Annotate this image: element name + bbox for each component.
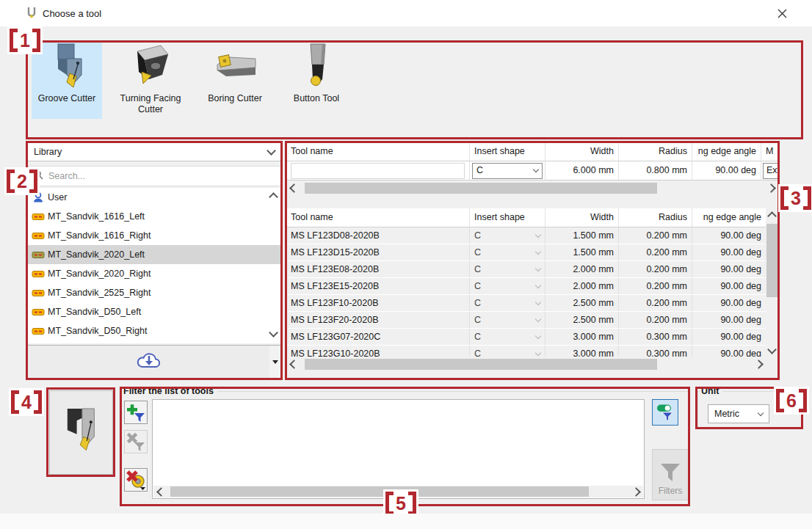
tools-table-body: MS LF123D08-2020B C 1.500 mm 0.200 mm 90… bbox=[286, 227, 766, 357]
scroll-down-icon bbox=[767, 345, 777, 354]
insert-shape-cell[interactable]: C bbox=[470, 346, 545, 357]
table-row[interactable]: MS LF123F20-2020B C 2.500 mm 0.200 mm 90… bbox=[286, 312, 766, 329]
filter-list-hscrollbar[interactable] bbox=[153, 486, 643, 497]
scroll-left-button[interactable] bbox=[153, 486, 166, 497]
table-row[interactable]: MS LF123D15-2020B C 1.500 mm 0.200 mm 90… bbox=[286, 244, 766, 261]
scroll-up-icon bbox=[767, 211, 777, 221]
column-mounting[interactable]: M bbox=[761, 142, 778, 161]
insert-shape-cell[interactable]: C bbox=[470, 278, 545, 294]
toggle-filters-button[interactable] bbox=[652, 399, 678, 426]
column-insert-shape[interactable]: Insert shape bbox=[470, 208, 545, 227]
column-radius[interactable]: Radius bbox=[619, 208, 692, 227]
library-item-label: User bbox=[48, 192, 67, 203]
tool-type-groove-cutter[interactable]: Groove Cutter bbox=[32, 41, 102, 119]
library-item-icon bbox=[32, 327, 48, 335]
scroll-left-button[interactable] bbox=[286, 182, 299, 194]
insert-shape-filter-dropdown[interactable]: C bbox=[472, 163, 543, 179]
filter-table-hscrollbar[interactable] bbox=[286, 182, 778, 194]
library-list-item[interactable]: MT_Sandvik_2525_Right bbox=[27, 283, 281, 302]
width-filter-value[interactable]: 6.000 mm bbox=[545, 161, 619, 180]
table-row[interactable]: MS LF123G10-2020B C 3.000 mm 0.300 mm 90… bbox=[286, 346, 766, 357]
scroll-right-button[interactable] bbox=[753, 358, 766, 371]
hscroll-thumb[interactable] bbox=[305, 183, 657, 194]
column-width[interactable]: Width bbox=[545, 142, 619, 161]
close-button[interactable] bbox=[764, 0, 800, 26]
radius-cell: 0.200 mm bbox=[619, 312, 692, 328]
vscroll-thumb[interactable] bbox=[766, 224, 777, 297]
chevron-down-icon bbox=[535, 231, 541, 237]
library-list-item[interactable]: MT_Sandvik_1616_Left bbox=[27, 207, 281, 226]
edge-angle-filter-value[interactable]: 90.00 deg bbox=[692, 161, 761, 180]
insert-shape-cell[interactable]: C bbox=[470, 312, 545, 328]
library-list-item[interactable]: MT_Sandvik_D50_Left bbox=[27, 302, 281, 321]
tool-name-cell: MS LF123G10-2020B bbox=[286, 346, 470, 357]
library-source-dropdown[interactable]: Library bbox=[27, 142, 281, 161]
width-cell: 3.000 mm bbox=[545, 329, 619, 345]
search-placeholder: Search... bbox=[48, 171, 85, 181]
unit-group-title: Unit bbox=[700, 386, 722, 396]
filter-list-area[interactable] bbox=[152, 399, 645, 499]
filters-button-label: Filters bbox=[659, 486, 683, 496]
insert-shape-cell[interactable]: C bbox=[470, 244, 545, 260]
library-item-icon bbox=[32, 232, 48, 240]
filters-button[interactable]: Filters bbox=[652, 449, 689, 500]
search-input[interactable]: Search... bbox=[27, 166, 281, 186]
tools-table-vscrollbar[interactable] bbox=[766, 208, 778, 357]
radius-filter-value[interactable]: 0.800 mm bbox=[619, 161, 692, 180]
library-list-item[interactable]: MT_Sandvik_2020_Right bbox=[27, 264, 281, 283]
library-list: User MT_Sandvik_1616_Left bbox=[27, 188, 281, 343]
download-options-button[interactable] bbox=[269, 345, 281, 379]
scroll-right-button[interactable] bbox=[631, 486, 643, 497]
insert-shape-cell[interactable]: C bbox=[470, 261, 545, 277]
table-row[interactable]: MS LF123F10-2020B C 2.500 mm 0.200 mm 90… bbox=[286, 295, 766, 312]
tool-type-button-tool[interactable]: Button Tool bbox=[280, 41, 353, 119]
scroll-left-button[interactable] bbox=[286, 358, 299, 371]
scroll-down-button[interactable] bbox=[766, 344, 778, 357]
tool-name-filter-input[interactable] bbox=[286, 161, 470, 180]
scroll-left-icon bbox=[156, 487, 166, 497]
table-row[interactable]: MS LF123E15-2020B C 2.000 mm 0.200 mm 90… bbox=[286, 278, 766, 295]
remove-filter-icon bbox=[126, 431, 146, 452]
column-edge-angle[interactable]: ng edge angle bbox=[692, 142, 761, 161]
library-item-label: MT_Sandvik_2525_Right bbox=[48, 288, 151, 298]
table-row[interactable]: MS LF123G07-2020C C 3.000 mm 0.300 mm 90… bbox=[286, 329, 766, 346]
insert-shape-cell[interactable]: C bbox=[470, 295, 545, 311]
tool-type-turning-facing-cutter[interactable]: Turning Facing Cutter bbox=[108, 41, 193, 119]
scroll-up-button[interactable] bbox=[766, 208, 778, 221]
insert-shape-cell[interactable]: C bbox=[470, 227, 545, 244]
unit-dropdown[interactable]: Metric bbox=[708, 404, 769, 423]
scroll-right-icon bbox=[766, 183, 776, 193]
clear-filters-button[interactable] bbox=[124, 468, 148, 492]
scroll-right-button[interactable] bbox=[766, 182, 778, 194]
library-list-item[interactable]: MT_Sandvik_2020_Left bbox=[27, 245, 281, 264]
table-row[interactable]: MS LF123E08-2020B C 2.000 mm 0.200 mm 90… bbox=[286, 261, 766, 278]
column-edge-angle[interactable]: ng edge angle bbox=[692, 208, 766, 227]
groove-cutter-preview-image bbox=[58, 401, 105, 465]
mounting-filter-cell: Ext bbox=[761, 161, 778, 180]
radius-cell: 0.200 mm bbox=[619, 295, 692, 311]
tools-table-hscrollbar[interactable] bbox=[286, 358, 766, 371]
column-tool-name[interactable]: Tool name bbox=[286, 142, 470, 161]
hscroll-thumb[interactable] bbox=[170, 486, 589, 497]
column-tool-name[interactable]: Tool name bbox=[286, 208, 470, 227]
filter-table-filter-row: C 6.000 mm 0.800 mm 90.00 deg Ext bbox=[286, 161, 778, 180]
add-filter-button[interactable] bbox=[124, 401, 148, 424]
tool-name-cell: MS LF123E15-2020B bbox=[286, 278, 470, 294]
remove-filter-button[interactable] bbox=[124, 430, 148, 453]
column-width[interactable]: Width bbox=[545, 208, 619, 227]
edge-angle-cell: 90.00 deg bbox=[692, 346, 766, 357]
library-item-icon bbox=[32, 270, 48, 278]
download-library-button[interactable] bbox=[27, 345, 270, 379]
library-list-item[interactable]: MT_Sandvik_1616_Right bbox=[27, 226, 281, 245]
column-insert-shape[interactable]: Insert shape bbox=[470, 142, 545, 161]
library-list-item[interactable]: User bbox=[27, 188, 281, 207]
library-list-item[interactable]: MT_Sandvik_D50_Right bbox=[27, 321, 281, 340]
tool-type-boring-cutter[interactable]: Boring Cutter bbox=[196, 41, 274, 119]
hscroll-thumb[interactable] bbox=[305, 359, 657, 370]
cloud-download-icon bbox=[135, 350, 163, 373]
column-radius[interactable]: Radius bbox=[619, 142, 692, 161]
insert-shape-cell[interactable]: C bbox=[470, 329, 545, 345]
mounting-filter-value[interactable]: Ext bbox=[763, 163, 778, 179]
table-row[interactable]: MS LF123D08-2020B C 1.500 mm 0.200 mm 90… bbox=[286, 227, 766, 244]
library-item-icon bbox=[32, 289, 48, 297]
